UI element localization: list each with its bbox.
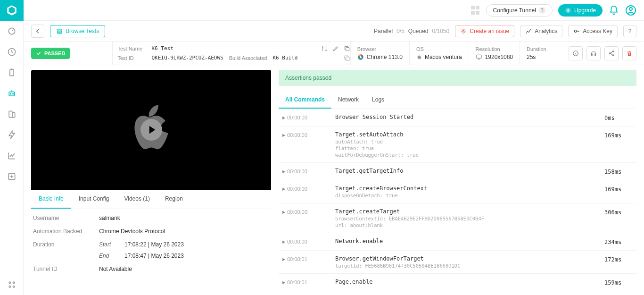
parallel-value: 0/5 (396, 28, 405, 34)
svg-point-5 (12, 93, 13, 94)
command-body: Target.getTargetInfo (335, 168, 599, 174)
assertions-banner: Assertions passed (279, 70, 636, 86)
duration-lbl: Duration (33, 241, 99, 259)
queued-value: 0/1050 (432, 28, 450, 34)
command-row[interactable]: 00:00:00Target.setAutoAttachautoAttach: … (279, 126, 636, 163)
command-row[interactable]: 00:00:00Target.getTargetInfo158ms (279, 163, 636, 180)
command-detail: url: about:blank (335, 222, 599, 228)
test-name-value: K6 Test (151, 45, 173, 51)
command-row[interactable]: 00:00:00Browser Session Started0ms (279, 109, 636, 126)
help-badge-icon: ? (539, 7, 545, 14)
create-issue-button[interactable]: Create an issue (455, 25, 514, 37)
access-key-button[interactable]: Access Key (568, 25, 618, 37)
configure-tunnel-button[interactable]: Configure Tunnel? (486, 4, 553, 17)
os-value: Macos ventura (425, 54, 462, 60)
svg-point-15 (629, 8, 632, 10)
nav-battery-icon[interactable] (0, 62, 24, 83)
tab-basic-info[interactable]: Basic Info (31, 190, 71, 209)
nav-history-icon[interactable] (0, 42, 24, 62)
topbar: Configure Tunnel? Upgrade (24, 0, 644, 21)
command-timestamp: 00:00:00 (282, 208, 330, 215)
nav-plus-icon[interactable] (0, 166, 24, 187)
chrome-icon (357, 54, 364, 60)
edit-icon[interactable] (332, 45, 339, 52)
status-badge: PASSED (31, 48, 70, 59)
command-body: Browser Session Started (335, 114, 599, 120)
logo[interactable] (0, 0, 24, 21)
command-row[interactable]: 00:00:00Target.createTargetbrowserContex… (279, 203, 636, 233)
sort-icon[interactable] (321, 45, 328, 52)
command-timestamp: 00:00:00 (282, 131, 330, 138)
svg-rect-22 (346, 57, 349, 60)
command-duration: 159ms (604, 278, 633, 286)
left-pane: Basic Info Input Config Videos (1) Regio… (24, 65, 271, 295)
svg-rect-25 (476, 55, 481, 58)
right-tabs: All Commands Network Logs (279, 92, 636, 109)
share-button[interactable] (604, 46, 619, 60)
command-body: Network.enable (335, 238, 599, 244)
command-timestamp: 00:00:01 (282, 278, 330, 285)
tab-all-commands[interactable]: All Commands (279, 92, 331, 109)
command-duration: 234ms (604, 238, 633, 245)
nav-apps-icon[interactable] (0, 274, 24, 295)
info-button[interactable] (569, 46, 583, 60)
help-label: ? (628, 28, 632, 34)
infobar-actions (562, 42, 636, 65)
end-value: 17:08:47 | May 26 2023 (124, 253, 184, 259)
commands-list[interactable]: 00:00:00Browser Session Started0ms00:00:… (279, 109, 636, 290)
command-name: Target.createBrowserContext (335, 185, 599, 192)
command-detail: waitForDebuggerOnStart: true (335, 152, 599, 158)
user-avatar-icon[interactable] (625, 5, 636, 16)
browse-tests-button[interactable]: Browse Tests (50, 25, 105, 37)
tab-input-config[interactable]: Input Config (71, 190, 117, 209)
command-row[interactable]: 00:00:00Network.enable234ms (279, 233, 636, 251)
play-icon[interactable] (140, 118, 163, 142)
headphones-button[interactable] (586, 46, 601, 60)
queued-label: Queued (408, 28, 429, 34)
start-label: Start (99, 241, 116, 248)
browse-tests-label: Browse Tests (66, 28, 99, 34)
test-name-label: Test Name (117, 46, 146, 51)
svg-point-29 (612, 54, 613, 55)
svg-rect-17 (57, 31, 61, 32)
copy-icon[interactable] (344, 45, 350, 52)
command-duration: 0ms (604, 114, 633, 121)
help-button[interactable]: ? (623, 25, 636, 37)
copy-icon[interactable] (344, 55, 350, 61)
delete-button[interactable] (622, 46, 636, 60)
command-row[interactable]: 00:00:00Target.createBrowserContextdispo… (279, 180, 636, 203)
upgrade-button[interactable]: Upgrade (558, 4, 603, 17)
tab-logs[interactable]: Logs (365, 92, 391, 109)
video-preview[interactable] (31, 70, 271, 190)
command-duration: 169ms (604, 185, 633, 193)
tab-videos[interactable]: Videos (1) (116, 190, 157, 209)
nav-chart-icon[interactable] (0, 145, 24, 166)
upgrade-label: Upgrade (574, 7, 596, 14)
nav-device-icon[interactable] (0, 104, 24, 125)
command-detail: browserContextId: EBAE4B29E2FF9D20069567… (335, 216, 599, 221)
resolution-value: 1920x1080 (485, 54, 513, 60)
tab-region[interactable]: Region (157, 190, 190, 209)
infobar: PASSED Test Name K6 Test Test ID QKEIQ-9… (24, 42, 644, 65)
nav-dashboard-icon[interactable] (0, 21, 24, 42)
svg-rect-7 (12, 113, 15, 118)
svg-point-10 (13, 282, 14, 283)
nav-bolt-icon[interactable] (0, 125, 24, 145)
command-name: Browser Session Started (335, 114, 599, 120)
command-name: Page.enable (335, 278, 599, 285)
back-button[interactable] (31, 25, 44, 38)
tunnel-label: Tunnel ID (33, 266, 99, 272)
command-row[interactable]: 00:00:01Page.enable159ms (279, 274, 636, 290)
svg-point-20 (575, 30, 577, 32)
nav-robot-icon[interactable] (0, 83, 24, 104)
notifications-icon[interactable] (608, 5, 619, 16)
command-body: Browser.getWindowForTargettargetId: FE56… (335, 255, 599, 269)
test-id-value: QKEIQ-9LRWZ-2PCUZ-AEOWS (151, 55, 223, 61)
analytics-button[interactable]: Analytics (520, 25, 562, 37)
command-row[interactable]: 00:00:01Browser.getWindowForTargettarget… (279, 251, 636, 274)
grid-apps-icon[interactable] (471, 6, 480, 15)
command-timestamp: 00:00:01 (282, 255, 330, 262)
tab-network[interactable]: Network (331, 92, 365, 109)
automation-value: Chrome Devtools Protocol (99, 228, 165, 235)
command-timestamp: 00:00:00 (282, 168, 330, 174)
